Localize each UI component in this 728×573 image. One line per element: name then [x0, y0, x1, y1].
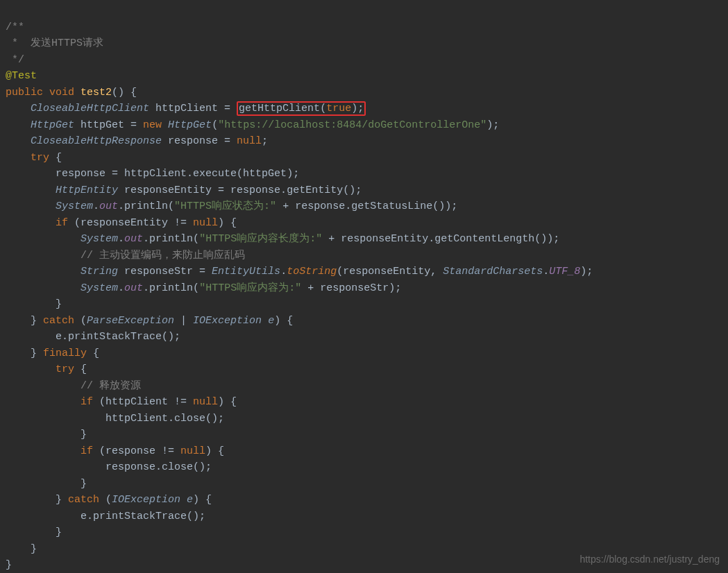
type-system-3: System [81, 282, 118, 294]
type-ioexception-1: IOException [193, 315, 262, 327]
call-getStatusLine: getStatusLine [351, 200, 432, 212]
kw-void: void [49, 87, 74, 99]
annotation-test: @Test [6, 70, 37, 82]
var-httpClient: httpClient [155, 103, 218, 114]
type-system-1: System [56, 200, 93, 212]
literal-null-1: null [237, 135, 262, 147]
method-name: test2 [81, 87, 112, 99]
var-responseEntity: responseEntity [124, 185, 212, 196]
comment-block-open: /** [6, 22, 24, 33]
arg-responseEntity: responseEntity [343, 266, 430, 277]
var-e-1: e [268, 315, 274, 327]
string-length: "HTTPS响应内容长度为:" [199, 233, 322, 245]
var-e-3: e [187, 494, 193, 506]
kw-catch-2: catch [68, 494, 99, 506]
call-println-3: println [149, 282, 193, 294]
var-httpClient-3: httpClient [105, 396, 168, 408]
type-httpget: HttpGet [31, 119, 74, 131]
var-httpClient-2: httpClient [124, 168, 187, 180]
comment-desc: * 发送HTTPS请求 [6, 37, 103, 49]
call-println-2: println [149, 233, 193, 245]
var-responseStr: responseStr [124, 266, 193, 277]
var-responseStr-2: responseStr [320, 282, 389, 294]
type-ioexception-2: IOException [112, 494, 180, 506]
type-standardcharsets: StandardCharsets [443, 266, 543, 277]
var-response-2: response [56, 168, 105, 180]
arg-httpGet: httpGet [243, 168, 287, 180]
var-responseEntity-2: responseEntity [81, 217, 168, 229]
call-toString: toString [287, 266, 337, 277]
var-responseEntity-3: responseEntity [341, 233, 428, 245]
string-content: "HTTPS响应内容为:" [199, 282, 301, 294]
ctor-httpget: HttpGet [168, 119, 212, 131]
type-httpentity: HttpEntity [56, 185, 118, 196]
highlighted-call: getHttpClient(true); [237, 101, 366, 116]
kw-new: new [143, 119, 162, 131]
field-out-2: out [124, 233, 143, 245]
literal-null-2: null [193, 217, 218, 229]
call-getContentLength: getContentLength [434, 233, 534, 245]
watermark: https://blog.csdn.net/justry_deng [579, 551, 720, 568]
kw-catch-1: catch [43, 315, 74, 327]
call-getHttpClient: getHttpClient [239, 103, 320, 114]
var-response: response [168, 135, 218, 147]
call-println-1: println [124, 200, 168, 212]
comment-block-close: */ [6, 54, 24, 66]
literal-null-3: null [193, 396, 218, 408]
call-getEntity: getEntity [287, 185, 343, 196]
type-entityutils: EntityUtils [212, 266, 280, 277]
call-close-1: close [174, 413, 205, 425]
literal-null-4: null [180, 445, 205, 457]
type-parseexception: ParseException [87, 315, 174, 327]
call-printStackTrace-1: printStackTrace [68, 331, 162, 343]
kw-public: public [6, 87, 43, 99]
kw-if-1: if [56, 217, 68, 229]
type-string: String [81, 266, 118, 277]
string-status: "HTTPS响应状态为:" [174, 200, 276, 212]
comment-release: // 释放资源 [81, 380, 141, 392]
kw-finally: finally [43, 348, 87, 359]
var-response-5: response [105, 445, 155, 457]
literal-true: true [326, 103, 351, 114]
var-response-4: response [295, 200, 345, 212]
call-printStackTrace-2: printStackTrace [93, 511, 187, 522]
field-out-3: out [124, 282, 143, 294]
call-execute: execute [193, 168, 237, 180]
type-closeable-client: CloseableHttpClient [31, 103, 149, 114]
type-closeable-response: CloseableHttpResponse [31, 135, 162, 147]
kw-try-1: try [31, 152, 49, 164]
comment-encoding: // 主动设置编码，来防止响应乱码 [81, 250, 245, 262]
code-editor[interactable]: /** * 发送HTTPS请求 */ @Test public void tes… [0, 0, 728, 573]
kw-try-2: try [56, 364, 74, 375]
var-e-2: e [56, 331, 62, 343]
call-close-2: close [162, 461, 193, 473]
var-response-6: response [105, 461, 155, 473]
var-response-3: response [230, 185, 280, 196]
field-out-1: out [99, 200, 118, 212]
var-httpGet: httpGet [81, 119, 124, 131]
kw-if-3: if [81, 445, 93, 457]
var-e-4: e [81, 511, 87, 522]
type-system-2: System [81, 233, 118, 245]
var-httpClient-4: httpClient [105, 413, 168, 425]
kw-if-2: if [81, 396, 93, 408]
string-url: "https://localhost:8484/doGetControllerO… [218, 119, 486, 131]
field-utf8: UTF_8 [549, 266, 580, 277]
